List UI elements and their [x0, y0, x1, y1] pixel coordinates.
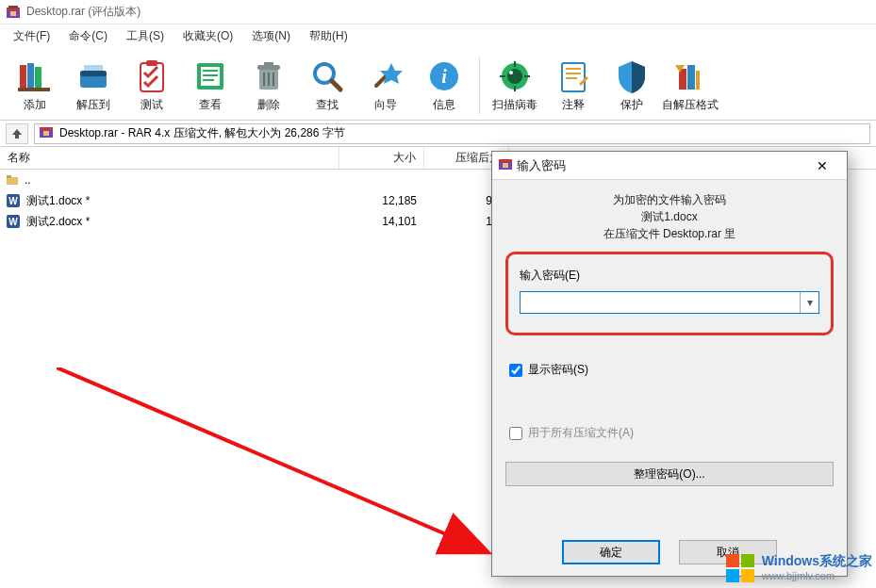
toolbar-delete-button[interactable]: 删除: [240, 56, 298, 115]
svg-rect-20: [264, 62, 273, 66]
view-icon: [191, 57, 229, 95]
menu-options[interactable]: 选项(N): [242, 25, 300, 47]
use-for-all-checkbox[interactable]: 用于所有压缩文件(A): [509, 425, 834, 441]
svg-rect-50: [7, 175, 11, 178]
password-input[interactable]: [521, 292, 800, 313]
password-dropdown-button[interactable]: ▾: [800, 292, 818, 313]
address-field[interactable]: Desktop.rar - RAR 4.x 压缩文件, 解包大小为 26,286…: [34, 123, 870, 144]
svg-line-25: [332, 81, 340, 90]
svg-rect-7: [18, 88, 50, 91]
svg-text:W: W: [8, 217, 18, 227]
show-password-checkbox[interactable]: 显示密码(S): [509, 362, 834, 378]
comment-icon: [554, 57, 592, 95]
toolbar-wizard-label: 向导: [374, 97, 397, 113]
menu-bar: 文件(F) 命令(C) 工具(S) 收藏夹(O) 选项(N) 帮助(H): [0, 24, 876, 47]
word-doc-icon: W: [6, 214, 21, 229]
dialog-info-line2: 测试1.docx: [505, 208, 834, 225]
svg-rect-10: [84, 65, 103, 71]
column-name[interactable]: 名称: [0, 147, 339, 169]
toolbar-protect-label: 保护: [620, 97, 643, 113]
dialog-titlebar[interactable]: 输入密码 ✕: [492, 152, 847, 180]
toolbar-scan-label: 扫描病毒: [492, 97, 537, 113]
dialog-info-line3: 在压缩文件 Desktop.rar 里: [505, 225, 834, 242]
toolbar-sfx-button[interactable]: 自解压格式: [661, 56, 719, 115]
ok-button[interactable]: 确定: [562, 540, 660, 564]
use-for-all-label: 用于所有压缩文件(A): [528, 425, 634, 441]
svg-rect-5: [27, 63, 34, 90]
cancel-button[interactable]: 取消: [679, 540, 777, 564]
menu-file[interactable]: 文件(F): [4, 25, 59, 47]
file-size: 14,101: [339, 215, 424, 228]
toolbar-sfx-label: 自解压格式: [662, 97, 719, 113]
password-combobox[interactable]: ▾: [520, 291, 819, 314]
svg-rect-44: [696, 71, 700, 90]
dialog-close-button[interactable]: ✕: [803, 153, 841, 179]
toolbar-wizard-button[interactable]: 向导: [356, 56, 415, 115]
file-name: 测试1.docx *: [26, 193, 90, 209]
svg-rect-9: [80, 71, 107, 76]
toolbar-test-button[interactable]: 测试: [123, 56, 181, 115]
toolbar-find-label: 查找: [316, 97, 339, 113]
toolbar-find-button[interactable]: 查找: [298, 56, 356, 115]
svg-text:i: i: [441, 66, 447, 87]
file-name: ..: [25, 173, 31, 187]
svg-rect-11: [140, 63, 163, 91]
address-text: Desktop.rar - RAR 4.x 压缩文件, 解包大小为 26,286…: [59, 125, 345, 141]
menu-tools[interactable]: 工具(S): [117, 25, 174, 47]
dialog-icon: [498, 156, 513, 174]
dialog-buttons: 确定 取消: [505, 534, 834, 564]
virus-scan-icon: [496, 57, 534, 95]
toolbar-separator: [479, 57, 480, 114]
password-label: 输入密码(E): [520, 268, 819, 284]
svg-rect-4: [20, 65, 26, 90]
svg-rect-57: [503, 163, 508, 168]
toolbar-view-button[interactable]: 查看: [181, 56, 240, 115]
show-password-label: 显示密码(S): [528, 362, 588, 378]
column-size[interactable]: 大小: [339, 147, 424, 169]
password-section-highlight: 输入密码(E) ▾: [505, 252, 834, 335]
window-title: Desktop.rar (评估版本): [26, 4, 140, 20]
dialog-title: 输入密码: [513, 157, 803, 174]
trash-icon: [250, 57, 288, 95]
sfx-icon: [671, 57, 709, 95]
svg-rect-3: [10, 11, 16, 16]
svg-rect-2: [8, 6, 18, 8]
search-icon: [308, 57, 346, 95]
folder-up-icon: [6, 173, 19, 187]
menu-command[interactable]: 命令(C): [59, 25, 117, 47]
extract-icon: [74, 57, 112, 95]
dialog-body: 为加密的文件输入密码 测试1.docx 在压缩文件 Desktop.rar 里 …: [492, 180, 847, 576]
use-for-all-check[interactable]: [509, 427, 522, 440]
svg-rect-12: [146, 60, 157, 66]
svg-rect-6: [35, 67, 41, 90]
toolbar-extract-button[interactable]: 解压到: [64, 56, 123, 115]
show-password-check[interactable]: [509, 364, 522, 377]
toolbar-info-button[interactable]: i 信息: [415, 56, 473, 115]
up-button[interactable]: [6, 123, 28, 144]
toolbar-view-label: 查看: [199, 97, 222, 113]
toolbar-comment-button[interactable]: 注释: [544, 56, 603, 115]
manage-passwords-button[interactable]: 整理密码(O)...: [505, 462, 834, 486]
toolbar-delete-label: 删除: [257, 97, 280, 113]
svg-rect-49: [7, 177, 18, 185]
svg-text:W: W: [8, 196, 18, 206]
menu-help[interactable]: 帮助(H): [300, 25, 357, 47]
svg-rect-47: [40, 127, 53, 130]
toolbar-extract-label: 解压到: [76, 97, 110, 113]
toolbar-protect-button[interactable]: 保护: [603, 56, 661, 115]
svg-rect-56: [499, 159, 512, 162]
dialog-info: 为加密的文件输入密码 测试1.docx 在压缩文件 Desktop.rar 里: [505, 191, 834, 242]
chevron-down-icon: ▾: [807, 296, 813, 309]
address-bar: Desktop.rar - RAR 4.x 压缩文件, 解包大小为 26,286…: [0, 121, 876, 147]
dialog-info-line1: 为加密的文件输入密码: [505, 191, 834, 208]
svg-rect-48: [43, 131, 49, 136]
toolbar-add-button[interactable]: 添加: [6, 56, 64, 115]
file-size: 12,185: [339, 194, 424, 207]
word-doc-icon: W: [6, 193, 21, 208]
svg-point-32: [509, 71, 513, 74]
menu-favorites[interactable]: 收藏夹(O): [174, 25, 242, 47]
toolbar-comment-label: 注释: [562, 97, 585, 113]
toolbar-scan-button[interactable]: 扫描病毒: [486, 56, 544, 115]
toolbar-add-label: 添加: [24, 97, 46, 113]
svg-point-31: [507, 69, 522, 84]
